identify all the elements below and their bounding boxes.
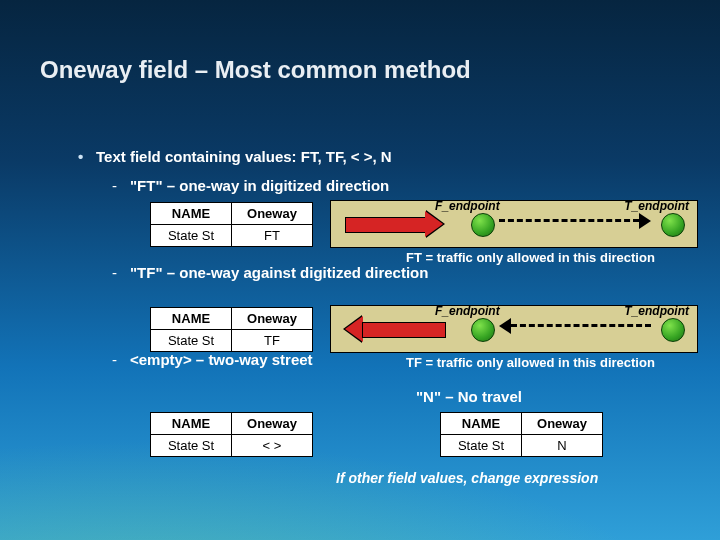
sub-bullet-n: "N" – No travel [416,388,522,405]
table-ft: NAME Oneway State St FT [150,202,313,247]
node-from [471,318,495,342]
triangle-right-icon [639,213,651,229]
arrow-left-icon [345,316,363,342]
table-tf: NAME Oneway State St TF [150,307,313,352]
bullet-text: Text field containing values: FT, TF, < … [96,148,392,165]
slide-title: Oneway field – Most common method [40,56,471,84]
table-header-oneway: Oneway [232,203,313,225]
table-header-name: NAME [151,203,232,225]
label-t-endpoint: T_endpoint [624,199,689,213]
triangle-left-icon [499,318,511,334]
note-tf: TF = traffic only allowed in this direct… [406,356,696,371]
table-empty: NAME Oneway State St < > [150,412,313,457]
node-to [661,213,685,237]
sub-bullet-ft: -"FT" – one-way in digitized direction [112,177,696,194]
footer-note: If other field values, change expression [336,470,598,486]
road-segment [345,217,429,233]
table-n: NAME Oneway State St N [440,412,603,457]
node-from [471,213,495,237]
travel-line [499,219,639,222]
table-cell-value: FT [232,225,313,247]
sub-bullet-tf: -"TF" – one-way against digitized direct… [112,264,696,281]
travel-line [511,324,651,327]
arrow-right-icon [425,211,443,237]
main-bullet: •Text field containing values: FT, TF, <… [78,148,696,165]
note-ft: FT = traffic only allowed in this direct… [406,251,696,266]
table-cell-name: State St [151,225,232,247]
diagram-ft: F_endpoint T_endpoint [330,200,698,248]
road-segment [362,322,446,338]
node-to [661,318,685,342]
diagram-tf: F_endpoint T_endpoint [330,305,698,353]
